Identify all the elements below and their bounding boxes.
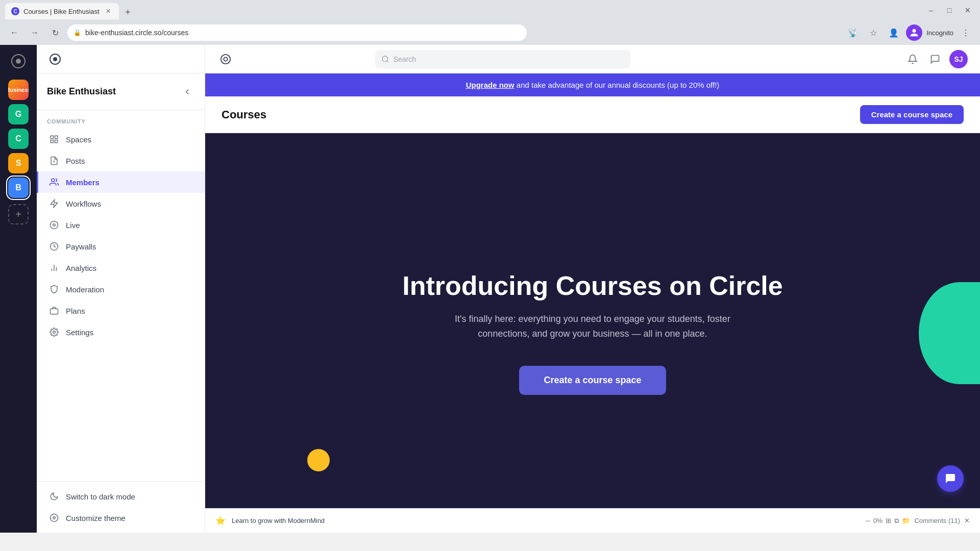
- sidebar-label-plans: Plans: [66, 307, 85, 315]
- forward-button[interactable]: →: [27, 24, 43, 41]
- sidebar-item-plans[interactable]: Plans: [37, 300, 205, 321]
- toolbar-right: 📡 ☆ 👤 Incognito ⋮: [845, 24, 974, 41]
- hero-decoration-circle: [919, 282, 980, 384]
- rail-avatar-c2[interactable]: C: [8, 129, 29, 149]
- minimize-button[interactable]: –: [924, 3, 938, 17]
- sidebar-label-customize: Customize theme: [66, 514, 126, 522]
- app-header: Search SJ: [205, 45, 980, 73]
- close-bar-button[interactable]: ✕: [964, 517, 970, 524]
- courses-title: Courses: [222, 108, 266, 121]
- community-section-label: COMMUNITY: [37, 110, 205, 129]
- sidebar-item-customize[interactable]: Customize theme: [37, 507, 205, 529]
- search-placeholder: Search: [394, 55, 416, 63]
- svg-point-12: [53, 224, 56, 227]
- hero-decoration-dot: [307, 449, 330, 471]
- sidebar-label-analytics: Analytics: [66, 264, 96, 272]
- sidebar-item-live[interactable]: Live: [37, 214, 205, 236]
- svg-rect-5: [55, 136, 58, 138]
- sidebar-item-workflows[interactable]: Workflows: [37, 193, 205, 214]
- tab-close-button[interactable]: ✕: [104, 7, 113, 16]
- sidebar-label-moderation: Moderation: [66, 285, 104, 294]
- incognito-avatar: [906, 24, 922, 41]
- sidebar-label-posts: Posts: [66, 157, 85, 165]
- notification-icon: ⭐: [215, 516, 226, 525]
- comments-count[interactable]: Comments (11): [914, 517, 960, 524]
- hero-subtitle: It's finally here: everything you need t…: [439, 312, 746, 341]
- svg-point-23: [382, 56, 388, 62]
- global-header: [37, 45, 205, 73]
- browser-tab-active[interactable]: C Courses | Bike Enthusiast ✕: [5, 3, 119, 19]
- notifications-button[interactable]: [904, 51, 921, 67]
- sidebar-bottom: Switch to dark mode Customize theme: [37, 481, 205, 533]
- bookmark-icon[interactable]: ☆: [865, 24, 881, 41]
- bottom-bar-actions: ─ 0% ⊞ ⧉ 📁 Comments (11) ✕: [865, 517, 970, 525]
- add-community-button[interactable]: +: [8, 204, 29, 224]
- grid-icon: [48, 134, 60, 145]
- main-content: Search SJ Upgrade now and take: [205, 45, 980, 533]
- address-bar[interactable]: 🔒 bike-enthusiast.circle.so/courses: [67, 24, 527, 41]
- browser-titlebar: C Courses | Bike Enthusiast ✕ + – □ ✕: [0, 0, 980, 20]
- sidebar-item-settings[interactable]: Settings: [37, 321, 205, 343]
- create-course-space-hero-button[interactable]: Create a course space: [519, 366, 666, 395]
- refresh-button[interactable]: ↻: [47, 24, 63, 41]
- svg-rect-7: [55, 140, 58, 143]
- sidebar-item-dark-mode[interactable]: Switch to dark mode: [37, 486, 205, 507]
- sidebar-item-spaces[interactable]: Spaces: [37, 129, 205, 150]
- sidebar-item-analytics[interactable]: Analytics: [37, 257, 205, 279]
- rail-avatar-c[interactable]: G: [8, 104, 29, 124]
- sidebar-item-paywalls[interactable]: Paywalls: [37, 236, 205, 257]
- upgrade-link[interactable]: Upgrade now: [466, 81, 514, 89]
- header-actions: SJ: [904, 50, 968, 68]
- messages-button[interactable]: [927, 51, 943, 67]
- sidebar-label-live: Live: [66, 221, 80, 230]
- home-icon[interactable]: [217, 51, 234, 67]
- learn-text: Learn to grow with ModernMind: [232, 517, 325, 524]
- svg-point-21: [221, 54, 230, 63]
- upgrade-message: and take advantage of our annual discoun…: [514, 81, 720, 89]
- courses-header: Courses Create a course space: [205, 96, 980, 133]
- moderation-icon: [48, 284, 60, 295]
- chat-fab-button[interactable]: [937, 465, 964, 492]
- sidebar-item-members[interactable]: Members: [37, 171, 205, 193]
- rail-avatar-s[interactable]: S: [8, 153, 29, 173]
- browser-chrome: C Courses | Bike Enthusiast ✕ + – □ ✕ ← …: [0, 0, 980, 45]
- search-bar[interactable]: Search: [375, 50, 630, 68]
- rail-avatar-business[interactable]: Business: [8, 80, 29, 100]
- back-button[interactable]: ←: [6, 24, 22, 41]
- sidebar-label-spaces: Spaces: [66, 135, 91, 144]
- svg-rect-6: [51, 140, 53, 143]
- sidebar-item-posts[interactable]: Posts: [37, 150, 205, 171]
- collapse-sidebar-button[interactable]: [180, 85, 194, 99]
- sidebar-label-workflows: Workflows: [66, 199, 101, 208]
- user-avatar[interactable]: SJ: [949, 50, 968, 68]
- sidebar-label-settings: Settings: [66, 328, 93, 337]
- create-course-space-header-button[interactable]: Create a course space: [860, 105, 964, 124]
- sidebar-label-paywalls: Paywalls: [66, 242, 96, 251]
- svg-point-3: [53, 57, 57, 61]
- sidebar: Bike Enthusiast COMMUNITY Spaces: [37, 45, 205, 533]
- profile-icon[interactable]: 👤: [886, 24, 902, 41]
- community-name: Bike Enthusiast: [47, 86, 116, 97]
- svg-point-9: [52, 179, 55, 182]
- svg-point-22: [224, 57, 227, 61]
- sidebar-header: Bike Enthusiast: [37, 73, 205, 110]
- svg-rect-17: [51, 309, 58, 314]
- titlebar-controls: – □ ✕: [924, 3, 975, 17]
- svg-point-20: [53, 517, 56, 519]
- svg-rect-4: [51, 136, 53, 138]
- svg-marker-10: [51, 200, 58, 208]
- analytics-icon: [48, 262, 60, 273]
- sidebar-item-moderation[interactable]: Moderation: [37, 279, 205, 300]
- url-text: bike-enthusiast.circle.so/courses: [85, 29, 188, 37]
- tab-title: Courses | Bike Enthusiast: [23, 8, 100, 15]
- rail-avatar-b[interactable]: B: [8, 178, 29, 198]
- menu-icon[interactable]: ⋮: [958, 24, 974, 41]
- cast-icon[interactable]: 📡: [845, 24, 861, 41]
- posts-icon: [48, 155, 60, 166]
- close-window-button[interactable]: ✕: [961, 3, 975, 17]
- window-controls: ─ 0% ⊞ ⧉ 📁: [865, 517, 910, 525]
- workflow-icon: [48, 198, 60, 209]
- new-tab-button[interactable]: +: [121, 5, 135, 19]
- maximize-button[interactable]: □: [942, 3, 957, 17]
- svg-point-18: [53, 331, 56, 334]
